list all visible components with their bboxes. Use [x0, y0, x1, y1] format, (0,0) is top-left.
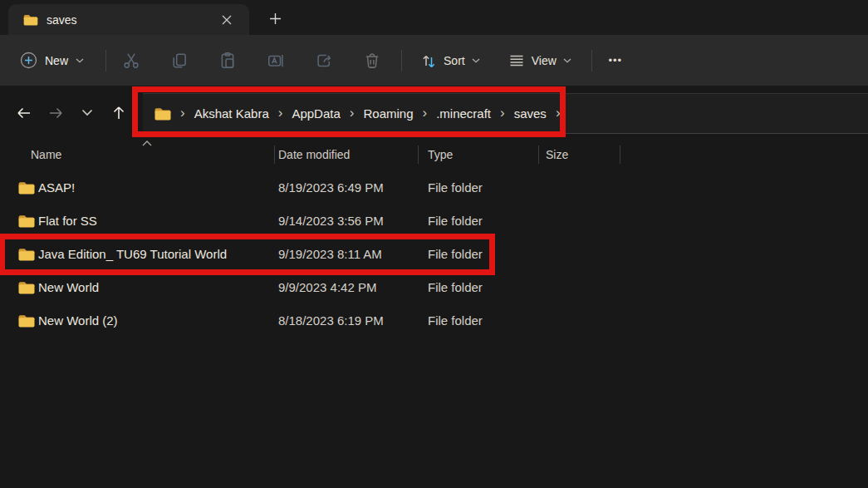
breadcrumb-segment-user[interactable]: Akshat Kabra — [194, 106, 269, 121]
folder-icon — [18, 248, 35, 261]
chevron-down-icon — [472, 58, 480, 63]
clipboard-icon — [218, 52, 237, 70]
file-row-java-edition-tutorial-world[interactable]: Java Edition_ TU69 Tutorial World 9/19/2… — [0, 238, 868, 271]
breadcrumb-separator: › — [422, 106, 427, 120]
command-toolbar: New — [0, 35, 868, 86]
file-row-new-world-2[interactable]: New World (2) 8/18/2023 6:19 PM File fol… — [0, 304, 868, 338]
file-row-flat-for-ss[interactable]: Flat for SS 9/14/2023 3:56 PM File folde… — [0, 205, 868, 238]
folder-icon — [18, 314, 35, 328]
file-name: ASAP! — [38, 171, 75, 205]
column-headers: Name Date modified Type Size — [0, 138, 868, 171]
breadcrumb-segment-minecraft[interactable]: .minecraft — [436, 106, 491, 121]
chevron-down-icon — [76, 58, 84, 63]
view-button-label: View — [532, 54, 557, 67]
file-type: File folder — [428, 304, 483, 338]
more-options-button[interactable]: ••• — [599, 45, 632, 76]
folder-icon — [18, 181, 35, 195]
file-type: File folder — [428, 238, 483, 271]
toolbar-divider — [105, 50, 106, 71]
trash-icon — [363, 52, 381, 70]
column-divider[interactable] — [274, 145, 275, 164]
new-tab-button[interactable] — [264, 7, 286, 29]
file-date-modified: 9/19/2023 8:11 AM — [278, 238, 382, 271]
sort-button-label: Sort — [444, 54, 465, 67]
file-date-modified: 9/9/2023 4:42 PM — [278, 271, 376, 304]
file-date-modified: 8/18/2023 6:19 PM — [278, 304, 384, 338]
file-type: File folder — [428, 171, 483, 205]
copy-icon — [170, 52, 189, 70]
folder-icon — [23, 14, 38, 26]
file-name: Java Edition_ TU69 Tutorial World — [38, 238, 227, 271]
header-date-modified[interactable]: Date modified — [278, 138, 350, 171]
close-tab-icon[interactable] — [218, 11, 236, 29]
file-type: File folder — [428, 205, 483, 238]
header-size[interactable]: Size — [546, 138, 568, 171]
breadcrumb-segment-saves[interactable]: saves — [514, 106, 547, 121]
file-name: Flat for SS — [38, 205, 97, 238]
rename-button[interactable] — [257, 45, 294, 76]
file-date-modified: 8/19/2023 6:49 PM — [278, 171, 384, 205]
delete-button[interactable] — [354, 45, 390, 76]
list-lines-icon — [508, 52, 525, 69]
chevron-down-icon — [563, 58, 571, 63]
column-divider[interactable] — [620, 145, 620, 164]
sort-ascending-icon — [142, 140, 152, 146]
breadcrumb-separator: › — [556, 106, 561, 120]
file-date-modified: 9/14/2023 3:56 PM — [278, 205, 384, 238]
sort-button[interactable]: Sort — [412, 45, 488, 76]
breadcrumb-segment-roaming[interactable]: Roaming — [363, 106, 413, 121]
rename-icon — [267, 52, 285, 70]
copy-button[interactable] — [161, 45, 198, 76]
column-divider[interactable] — [418, 145, 419, 164]
navigation-row: › Akshat Kabra › AppData › Roaming › .mi… — [0, 86, 868, 140]
up-button[interactable] — [105, 100, 132, 126]
view-button[interactable]: View — [500, 45, 580, 76]
tab-saves[interactable]: saves — [8, 4, 249, 35]
breadcrumb-separator: › — [500, 106, 505, 120]
breadcrumb-separator: › — [350, 106, 355, 120]
file-name: New World — [38, 271, 99, 304]
file-name: New World (2) — [38, 304, 118, 338]
new-button-label: New — [45, 54, 68, 67]
file-row-new-world[interactable]: New World 9/9/2023 4:42 PM File folder — [0, 271, 868, 304]
folder-icon — [18, 214, 35, 228]
file-list: ASAP! 8/19/2023 6:49 PM File folder Flat… — [0, 171, 868, 338]
new-button[interactable]: New — [12, 45, 92, 76]
scissors-icon — [122, 52, 140, 70]
file-type: File folder — [428, 271, 483, 304]
plus-circle-icon — [20, 52, 37, 69]
back-button[interactable] — [11, 100, 37, 126]
forward-button[interactable] — [42, 100, 69, 126]
tab-title: saves — [47, 13, 77, 27]
toolbar-divider — [401, 50, 402, 71]
header-name[interactable]: Name — [31, 138, 61, 171]
breadcrumb-separator: › — [180, 106, 185, 120]
folder-icon — [18, 281, 35, 294]
ellipsis-icon: ••• — [608, 54, 622, 67]
sort-arrows-icon — [420, 52, 437, 69]
toolbar-divider — [591, 50, 592, 71]
paste-button[interactable] — [209, 45, 246, 76]
header-type[interactable]: Type — [428, 138, 453, 171]
cut-button[interactable] — [113, 45, 150, 76]
share-button[interactable] — [306, 45, 342, 76]
file-row-asap[interactable]: ASAP! 8/19/2023 6:49 PM File folder — [0, 171, 868, 205]
column-divider[interactable] — [538, 145, 539, 164]
file-explorer-window: saves New — [0, 0, 868, 488]
breadcrumb-segment-appdata[interactable]: AppData — [292, 106, 340, 121]
breadcrumb: › Akshat Kabra › AppData › Roaming › .mi… — [143, 106, 561, 121]
recent-locations-chevron[interactable] — [74, 100, 101, 126]
address-bar[interactable]: › Akshat Kabra › AppData › Roaming › .mi… — [143, 93, 868, 134]
breadcrumb-separator: › — [278, 106, 283, 120]
tab-bar: saves — [0, 0, 868, 35]
share-icon — [315, 52, 333, 70]
folder-icon — [154, 107, 171, 121]
